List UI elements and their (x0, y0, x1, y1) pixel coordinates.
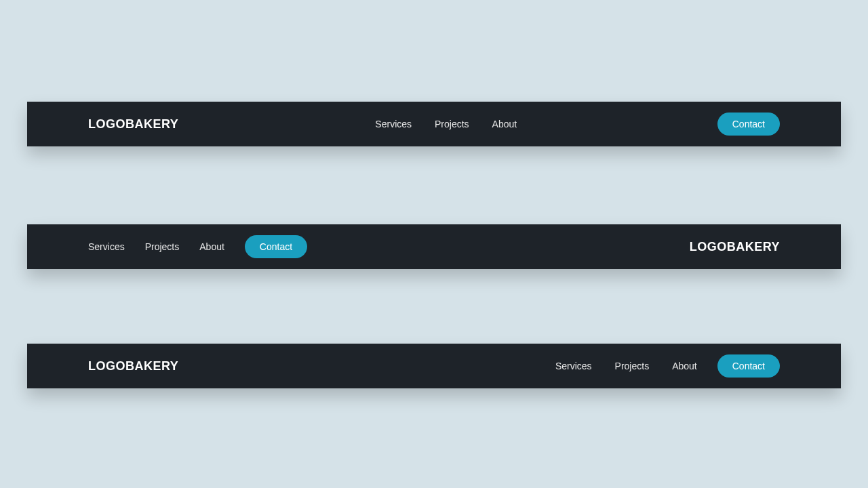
nav-link-projects[interactable]: Projects (615, 361, 650, 371)
nav-links-group: Services Projects About (88, 241, 224, 252)
nav-links-group: Services Projects About (555, 361, 697, 371)
brand-logo[interactable]: LOGOBAKERY (88, 117, 178, 131)
nav-link-about[interactable]: About (672, 361, 697, 371)
contact-button[interactable]: Contact (717, 354, 780, 378)
nav-links-group: Services Projects About (375, 119, 517, 129)
brand-logo[interactable]: LOGOBAKERY (690, 240, 780, 254)
navbar-variant-1: LOGOBAKERY Services Projects About Conta… (27, 102, 841, 146)
nav-link-services[interactable]: Services (555, 361, 592, 371)
nav-link-projects[interactable]: Projects (145, 241, 180, 252)
nav-link-about[interactable]: About (492, 119, 517, 129)
nav-link-projects[interactable]: Projects (435, 119, 469, 129)
brand-logo[interactable]: LOGOBAKERY (88, 359, 178, 373)
contact-button[interactable]: Contact (245, 235, 307, 258)
contact-button[interactable]: Contact (717, 113, 780, 136)
nav-link-services[interactable]: Services (88, 241, 125, 252)
nav-link-about[interactable]: About (199, 241, 224, 252)
navbar-variant-3: LOGOBAKERY Services Projects About Conta… (27, 344, 841, 388)
navbar-variant-2: Services Projects About Contact LOGOBAKE… (27, 224, 841, 269)
nav-link-services[interactable]: Services (375, 119, 412, 129)
